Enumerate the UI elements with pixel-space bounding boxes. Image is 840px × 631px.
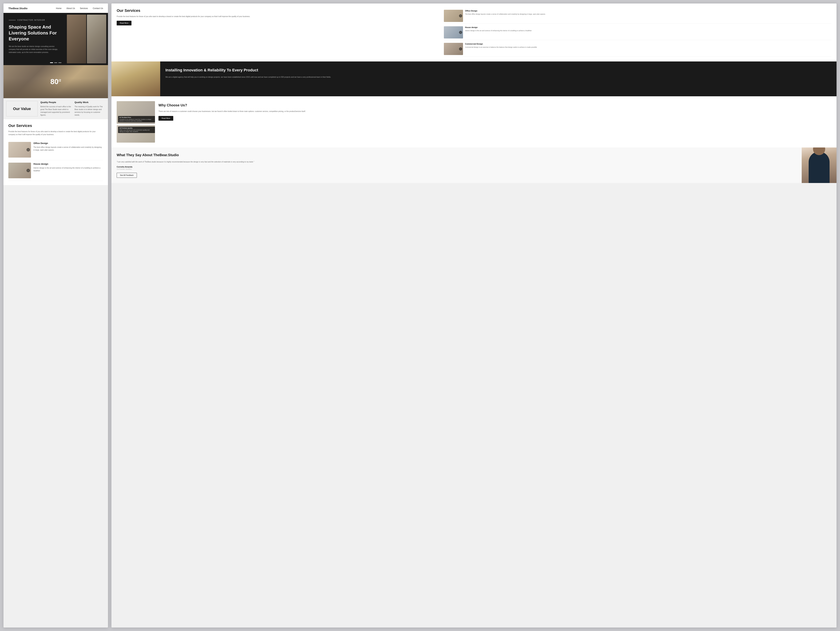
service-thumb-2: › xyxy=(8,162,31,178)
services-left-section: Our Services Provide the best features f… xyxy=(3,119,108,185)
hero-tag: CONTRACTOR INTERIOR xyxy=(9,19,61,21)
hero-description: We are the bear studio an interior desig… xyxy=(9,45,61,54)
innovation-title: Installing Innovation & Reliability To E… xyxy=(166,68,831,73)
person-placeholder xyxy=(802,147,837,183)
service-info-2: House design Interior design is the art … xyxy=(33,162,103,172)
hero-left: CONTRACTOR INTERIOR Shaping Space And Li… xyxy=(3,13,66,65)
why-image-bottom: 02 Premium Quality Make sure that all we… xyxy=(117,125,155,143)
right-services-title: Our Services xyxy=(117,8,440,13)
why-badge-1: 01 The Best Price A project is an activi… xyxy=(118,116,155,122)
hero-images xyxy=(66,13,108,65)
why-description: There are lots of reasons a customer cou… xyxy=(158,110,831,113)
service-item-left-2: › House design Interior design is the ar… xyxy=(8,160,103,181)
why-title: Why Choose Us? xyxy=(158,103,831,107)
r-service-thumb-2: › xyxy=(444,26,463,38)
services-left-desc: Provide the best features for those of y… xyxy=(8,130,103,136)
service-arrow-1[interactable]: › xyxy=(27,148,30,151)
r-service-desc-3: Commercial design is an exercise in bala… xyxy=(465,46,537,48)
r-service-info-2: House design Interior design is the art … xyxy=(465,26,532,32)
right-services-list: › Office Design The best office design l… xyxy=(444,8,831,57)
hero-dot-3[interactable] xyxy=(58,62,62,63)
why-badge-2: 02 Premium Quality Make sure that all we… xyxy=(118,126,155,133)
testimonial-author-role: Co-Founder Sandbox xyxy=(117,168,796,170)
r-service-title-3: Commercial Design xyxy=(465,43,537,45)
nav-services[interactable]: Services xyxy=(80,7,88,9)
r-service-item-3: › Commercial Design Commercial design is… xyxy=(444,41,831,57)
innovation-content: Installing Innovation & Reliability To E… xyxy=(160,62,837,96)
r-service-desc-2: Interior design is the art and science o… xyxy=(465,30,532,32)
value-section: 80/2 Our Value Quality People Behind the… xyxy=(3,65,108,119)
value-box-title: Our Value xyxy=(13,107,31,111)
hero-section: CONTRACTOR INTERIOR Shaping Space And Li… xyxy=(3,13,108,65)
left-panel: TheBear.Studio Home About Us Services Co… xyxy=(3,3,108,628)
hero-title: Shaping Space And Livering Solutions For… xyxy=(9,24,61,42)
service-arrow-2[interactable]: › xyxy=(27,169,30,172)
r-service-info-3: Commercial Design Commercial design is a… xyxy=(465,43,537,48)
value-box: Our Value xyxy=(6,101,38,117)
why-read-more-button[interactable]: Read More xyxy=(158,116,173,121)
testimonial-author-name: Cornelia Amanda xyxy=(117,166,796,168)
r-service-title-1: Office Design xyxy=(465,10,546,12)
innovation-image-bg xyxy=(111,62,160,96)
nav-links: Home About Us Services Contact Us xyxy=(56,6,103,10)
hero-image-2 xyxy=(87,15,106,63)
right-services-section: Our Services Provide the best features f… xyxy=(111,3,837,62)
service-info-1: Office Design The best office design lay… xyxy=(33,142,103,151)
hero-image-2-bg xyxy=(87,15,106,63)
value-item-2-desc: The meaning of Quality work for The Bear… xyxy=(74,105,105,117)
value-image-strip: 80/2 xyxy=(3,65,108,98)
why-content: Why Choose Us? There are lots of reasons… xyxy=(158,101,831,143)
r-service-item-2: › House design Interior design is the ar… xyxy=(444,25,831,40)
service-thumb-1: › xyxy=(8,142,31,158)
hero-dot-2[interactable] xyxy=(54,62,57,63)
testimonial-content: What They Say About TheBear.Studio "I am… xyxy=(111,147,802,183)
service-item-left-1: › Office Design The best office design l… xyxy=(8,139,103,160)
r-service-desc-1: The best office design layouts create a … xyxy=(465,13,546,15)
hero-dots xyxy=(50,62,62,63)
logo: TheBear.Studio xyxy=(8,7,27,10)
right-panel: Our Services Provide the best features f… xyxy=(111,3,837,628)
navigation: TheBear.Studio Home About Us Services Co… xyxy=(3,3,108,13)
innovation-section: Installing Innovation & Reliability To E… xyxy=(111,62,837,96)
r-service-thumb-1: › xyxy=(444,10,463,22)
value-number: 80/2 xyxy=(51,77,61,86)
r-service-thumb-3: › xyxy=(444,43,463,55)
services-left-title: Our Services xyxy=(8,123,103,128)
testimonial-title: What They Say About TheBear.Studio xyxy=(117,153,796,157)
hero-dot-1[interactable] xyxy=(50,62,53,63)
read-more-button[interactable]: Read More xyxy=(117,21,131,25)
service-title-1: Office Design xyxy=(33,142,103,145)
why-image-top: 01 The Best Price A project is an activi… xyxy=(117,101,155,124)
why-choose-section: 01 The Best Price A project is an activi… xyxy=(111,96,837,147)
innovation-image xyxy=(111,62,160,96)
person-body xyxy=(808,151,829,183)
why-images: 01 The Best Price A project is an activi… xyxy=(117,101,155,143)
r-service-title-2: House design xyxy=(465,26,532,28)
value-item-2: Quality Work The meaning of Quality work… xyxy=(74,101,105,117)
r-service-arrow-3[interactable]: › xyxy=(459,47,462,50)
see-all-feedback-button[interactable]: See All Feedback xyxy=(117,173,137,178)
hero-tag-text: CONTRACTOR INTERIOR xyxy=(17,19,45,21)
nav-home[interactable]: Home xyxy=(56,7,62,9)
right-services-desc: Provide the best features for those of y… xyxy=(117,15,440,18)
nav-about[interactable]: About Us xyxy=(66,7,75,9)
value-item-1-title: Quality People xyxy=(40,101,71,104)
testimonial-quote: "I am very satisfied with the work of Th… xyxy=(117,160,796,163)
value-item-1: Quality People Behind the success of eac… xyxy=(40,101,71,117)
testimonial-image xyxy=(802,147,837,183)
service-desc-2: Interior design is the art and science o… xyxy=(33,167,103,172)
right-services-left: Our Services Provide the best features f… xyxy=(117,8,440,57)
r-service-arrow-2[interactable]: › xyxy=(459,31,462,34)
testimonial-section: What They Say About TheBear.Studio "I am… xyxy=(111,147,837,183)
r-service-arrow-1[interactable]: › xyxy=(459,14,462,17)
hero-image-1-bg xyxy=(67,15,86,63)
services-list-left: › Office Design The best office design l… xyxy=(8,139,103,181)
service-title-2: House design xyxy=(33,162,103,165)
value-content: Our Value Quality People Behind the succ… xyxy=(3,98,108,119)
service-desc-1: The best office design layouts create a … xyxy=(33,146,103,151)
r-service-info-1: Office Design The best office design lay… xyxy=(465,10,546,15)
value-item-2-title: Quality Work xyxy=(74,101,105,104)
nav-contact[interactable]: Contact Us xyxy=(93,7,103,9)
value-item-1-desc: Behind the success of each office is the… xyxy=(40,105,71,117)
r-service-item-1: › Office Design The best office design l… xyxy=(444,8,831,24)
